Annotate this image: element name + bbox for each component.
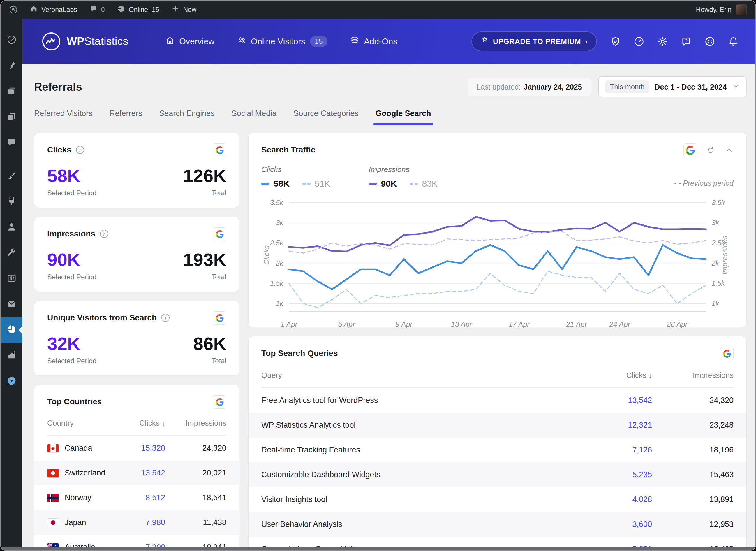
metric-selected-label: Selected Period	[47, 357, 96, 365]
users2-icon	[237, 36, 246, 47]
gear-icon[interactable]	[658, 36, 668, 47]
date-range-picker[interactable]: This month Dec 1 - Dec 31, 2024	[598, 76, 747, 97]
query-clicks[interactable]: 7,126	[582, 446, 652, 455]
sidebar-item-dashboard[interactable]	[1, 27, 22, 53]
query-row[interactable]: Real-time Tracking Features 7,126 18,196	[249, 438, 746, 462]
sidebar-item-users[interactable]	[1, 214, 22, 240]
country-row[interactable]: Norway 8,512 18,541	[34, 485, 239, 510]
countries-clicks-sort[interactable]: Clicks ↓	[116, 419, 165, 428]
new-item[interactable]: New	[171, 5, 196, 15]
query-text: Real-time Tracking Features	[261, 446, 582, 455]
howdy-text[interactable]: Howdy, Erin	[696, 6, 732, 14]
last-updated-pill: Last updated: January 24, 2025	[468, 78, 591, 96]
query-row[interactable]: User Behavior Analysis 3,600 12,953	[249, 512, 746, 537]
metric-total-value: 86K	[193, 335, 226, 353]
tab-referred-visitors[interactable]: Referred Visitors	[34, 109, 93, 125]
wpstatistics-logo-icon	[42, 32, 61, 51]
tab-source-categories[interactable]: Source Categories	[293, 109, 359, 125]
query-clicks[interactable]: 12,321	[582, 421, 652, 430]
tab-search-engines[interactable]: Search Engines	[159, 109, 215, 125]
wp-admin-bar: W VeronaLabs 0 Online: 15 New Howdy, Eri…	[1, 1, 755, 19]
query-impressions: 24,320	[652, 396, 734, 405]
wp-admin-sidebar	[1, 19, 22, 550]
sidebar-item-wp-statistics[interactable]	[1, 317, 22, 343]
nav-item-add-ons[interactable]: Add-Ons	[350, 36, 397, 47]
online-visitors-badge: 15	[310, 36, 328, 47]
legend-impressions-previous[interactable]: 83K	[410, 179, 437, 189]
metric-total-label: Total	[183, 189, 226, 197]
collapse-chevron-up-icon[interactable]	[725, 146, 734, 155]
svg-text:17 Apr: 17 Apr	[509, 321, 530, 328]
sidebar-item-video[interactable]	[1, 369, 22, 394]
sidebar-item-posts[interactable]	[1, 53, 22, 79]
country-row[interactable]: Canada 15,320 24,320	[34, 436, 239, 461]
query-impressions: 13,891	[652, 495, 734, 504]
sidebar-item-analytics[interactable]	[1, 343, 22, 369]
query-row[interactable]: WP Statistics Analytics tool 12,321 23,2…	[249, 413, 746, 438]
sidebar-item-tools[interactable]	[1, 240, 22, 266]
info-icon[interactable]: i	[100, 230, 108, 238]
query-row[interactable]: Customizable Dashboard Widgets 5,235 15,…	[249, 462, 746, 487]
help-icon[interactable]: ?	[681, 36, 691, 47]
site-name-item[interactable]: VeronaLabs	[30, 5, 77, 15]
sidebar-item-mail[interactable]	[1, 292, 22, 317]
sidebar-item-settings[interactable]	[1, 266, 22, 292]
smiley-icon[interactable]	[705, 36, 715, 47]
sidebar-item-comments[interactable]	[1, 130, 22, 156]
search-traffic-chart[interactable]: 1k1k1.5k1.5k2k2k2.5k2.5k3k3k3.5k3.5k1 Ap…	[261, 194, 734, 331]
tab-social-media[interactable]: Social Media	[232, 109, 277, 125]
sidebar-item-plugins[interactable]	[1, 189, 22, 214]
svg-text:1k: 1k	[712, 300, 719, 307]
tab-referrers[interactable]: Referrers	[110, 109, 142, 125]
sidebar-item-pages[interactable]	[1, 104, 22, 130]
svg-text:1 Apr: 1 Apr	[281, 321, 298, 328]
legend-impressions-current[interactable]: 90K	[369, 179, 397, 189]
upgrade-premium-button[interactable]: UPGRADE TO PREMIUM ›	[471, 31, 597, 51]
svg-text:3.5k: 3.5k	[270, 198, 283, 206]
avatar[interactable]	[736, 4, 747, 15]
country-row[interactable]: Japan 7,980 11,438	[34, 510, 239, 535]
comments-item[interactable]: 0	[89, 5, 105, 15]
query-clicks[interactable]: 4,028	[582, 495, 652, 504]
query-clicks[interactable]: 13,542	[582, 396, 652, 405]
metric-selected-label: Selected Period	[47, 273, 96, 281]
bell-icon[interactable]	[728, 36, 739, 47]
svg-text:5 Apr: 5 Apr	[338, 321, 355, 328]
country-clicks[interactable]: 13,542	[116, 469, 165, 478]
gauge-icon[interactable]	[634, 36, 644, 47]
shield-check-icon[interactable]	[610, 36, 621, 47]
metric-total-value: 126K	[183, 167, 226, 185]
query-impressions: 15,463	[652, 470, 734, 479]
svg-text:3k: 3k	[276, 219, 283, 226]
country-row[interactable]: Switzerland 13,542 20,021	[34, 461, 239, 485]
info-icon[interactable]: i	[161, 314, 170, 322]
search-traffic-title: Search Traffic	[261, 145, 315, 154]
query-row[interactable]: Free Analytics tool for WordPress 13,542…	[249, 388, 746, 413]
info-icon[interactable]: i	[76, 146, 84, 154]
tab-google-search[interactable]: Google Search	[376, 109, 431, 125]
wpstatistics-logo[interactable]: WPStatistics	[42, 32, 128, 51]
queries-clicks-sort[interactable]: Clicks ↓	[582, 371, 652, 380]
last-updated-value: January 24, 2025	[524, 83, 582, 91]
sidebar-item-media[interactable]	[1, 79, 22, 104]
home-icon	[30, 5, 38, 15]
google-icon	[213, 312, 226, 325]
top-search-queries-card: Top Search Queries Query Clicks ↓ Impres…	[248, 336, 747, 550]
online-item[interactable]: Online: 15	[117, 5, 159, 15]
query-clicks[interactable]: 5,235	[582, 470, 652, 479]
country-clicks[interactable]: 7,980	[116, 518, 165, 527]
nav-item-online-visitors[interactable]: Online Visitors15	[237, 36, 327, 47]
top-countries-card: Top Countries Country Clicks ↓ Impressio…	[34, 385, 239, 550]
refresh-icon[interactable]	[706, 146, 715, 155]
query-clicks[interactable]: 3,600	[582, 520, 652, 529]
wordpress-logo-icon[interactable]: W	[9, 6, 17, 14]
sidebar-item-appearance[interactable]	[1, 163, 22, 189]
query-row[interactable]: Visitor Insights tool 4,028 13,891	[249, 487, 746, 512]
legend-clicks-current[interactable]: 58K	[261, 179, 290, 189]
country-clicks[interactable]: 8,512	[116, 493, 165, 502]
country-clicks[interactable]: 15,320	[116, 444, 165, 453]
nav-item-overview[interactable]: Overview	[165, 36, 214, 47]
brand-text: WPStatistics	[67, 35, 128, 47]
svg-text:Clicks: Clicks	[262, 245, 270, 265]
legend-clicks-previous[interactable]: 51K	[302, 179, 330, 189]
